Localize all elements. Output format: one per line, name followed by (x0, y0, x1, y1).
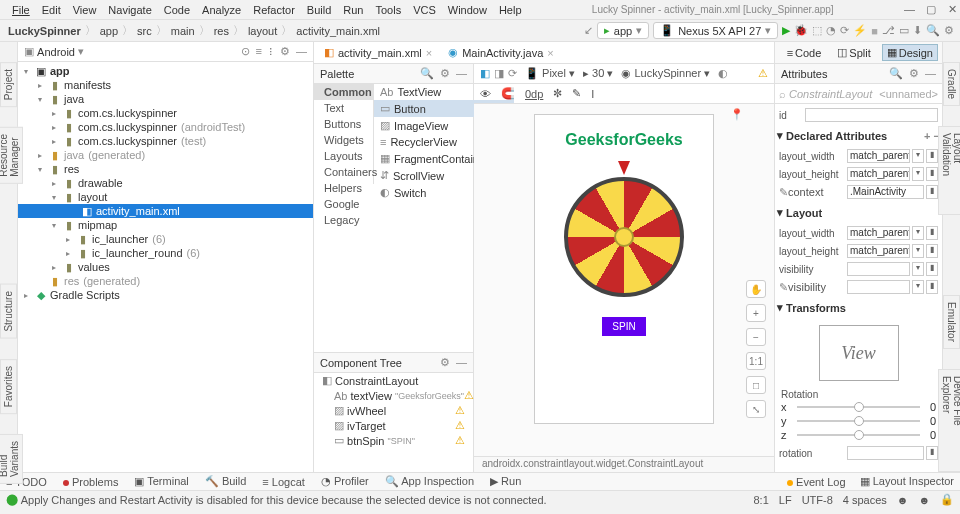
blueprint-icon[interactable]: ◨ (494, 67, 504, 80)
palette-categories[interactable]: Common Text Buttons Widgets Layouts Cont… (314, 84, 374, 184)
inspection-icon[interactable]: ☻ (897, 494, 909, 506)
menu-window[interactable]: Window (442, 4, 493, 16)
menu-code[interactable]: Code (158, 4, 196, 16)
attach-debugger-button[interactable]: ⚡ (853, 24, 867, 37)
cat-widgets[interactable]: Widgets (314, 132, 373, 148)
flag-icon[interactable]: ▮ (926, 149, 938, 163)
dropdown-icon[interactable]: ▾ (912, 262, 924, 276)
close-tab-icon[interactable]: × (426, 47, 432, 59)
project-view-selector[interactable]: Android (37, 46, 75, 58)
close-tab-icon[interactable]: × (547, 47, 553, 59)
ct-ivwheel[interactable]: ▨ ivWheel⚠ (314, 403, 473, 418)
attr-layout-width2[interactable]: match_parent (847, 226, 910, 240)
apply-changes-button[interactable]: ⟳ (840, 24, 849, 37)
attr-rotation[interactable] (847, 446, 924, 460)
search-icon[interactable]: 🔍 (420, 67, 434, 80)
attr-layout-height2[interactable]: match_parent (847, 244, 910, 258)
menu-refactor[interactable]: Refactor (247, 4, 301, 16)
settings-icon[interactable]: ⚙ (909, 67, 919, 80)
cat-text[interactable]: Text (314, 100, 373, 116)
attr-context[interactable]: .MainActivity (847, 185, 924, 199)
project-tree[interactable]: ▾▣app ▸▮manifests ▾▮java ▸▮com.cs.luckys… (18, 62, 313, 472)
favorites-tool-button[interactable]: Favorites (0, 359, 17, 414)
mode-code[interactable]: ≡Code (782, 45, 827, 61)
search-button[interactable]: 🔍 (926, 24, 940, 37)
flag-icon[interactable]: ▮ (926, 446, 938, 460)
git-button[interactable]: ⎇ (882, 24, 895, 37)
menu-build[interactable]: Build (301, 4, 337, 16)
run-config-module[interactable]: ▸app▾ (597, 22, 649, 39)
event-log-tool-button[interactable]: Event Log (787, 476, 846, 488)
ct-btnspin[interactable]: ▭ btnSpin "SPIN"⚠ (314, 433, 473, 448)
section-transforms[interactable]: ▾ Transforms (775, 298, 942, 317)
select-opened-file-icon[interactable]: ⊙ (241, 45, 250, 58)
zoom-out-button[interactable]: − (746, 328, 766, 346)
default-margin[interactable]: 0dp (525, 88, 543, 100)
attr-layout-width[interactable]: match_parent (847, 149, 910, 163)
dropdown-icon[interactable]: ▾ (912, 167, 924, 181)
app-inspection-tool-button[interactable]: 🔍 App Inspection (385, 475, 474, 488)
section-layout[interactable]: ▾ Layout (775, 203, 942, 222)
dropdown-icon[interactable]: ▾ (912, 226, 924, 240)
crumb-res[interactable]: res (212, 25, 231, 37)
rotation-x-slider[interactable] (797, 406, 920, 408)
clear-constraints-icon[interactable]: ✼ (553, 87, 562, 100)
hide-icon[interactable]: — (456, 67, 467, 80)
hide-icon[interactable]: — (925, 67, 936, 80)
crumb-file[interactable]: activity_main.xml (294, 25, 382, 37)
attr-tools-visibility[interactable] (847, 280, 910, 294)
ct-textview[interactable]: Ab textView "GeeksforGeeks"⚠ (314, 388, 473, 403)
mode-split[interactable]: ◫Split (832, 44, 875, 61)
minimize-button[interactable]: — (898, 3, 910, 16)
device-file-explorer-tool-button[interactable]: Device File Explorer (938, 369, 961, 472)
settings-icon[interactable]: ⚙ (280, 45, 290, 58)
crumb-app[interactable]: app (98, 25, 120, 37)
close-button[interactable]: ✕ (942, 3, 954, 16)
project-tool-button[interactable]: Project (0, 62, 17, 107)
menu-analyze[interactable]: Analyze (196, 4, 247, 16)
attach-icon[interactable]: 📍 (730, 108, 744, 121)
section-declared[interactable]: ▾ Declared Attributes+ − (775, 126, 942, 145)
cat-buttons[interactable]: Buttons (314, 116, 373, 132)
menu-view[interactable]: View (67, 4, 103, 16)
resize-icon[interactable]: ⤡ (746, 400, 766, 418)
line-separator[interactable]: LF (779, 494, 792, 506)
structure-tool-button[interactable]: Structure (0, 284, 17, 339)
menu-run[interactable]: Run (337, 4, 369, 16)
rotation-z-slider[interactable] (797, 434, 920, 436)
mode-design[interactable]: ▦Design (882, 44, 938, 61)
gradle-tool-button[interactable]: Gradle (943, 62, 960, 106)
layout-inspector-tool-button[interactable]: ▦ Layout Inspector (860, 475, 954, 488)
settings-icon[interactable]: ⚙ (440, 356, 450, 369)
dropdown-icon[interactable]: ▾ (912, 280, 924, 294)
crumb-src[interactable]: src (135, 25, 154, 37)
run-tool-button[interactable]: ▶ Run (490, 475, 521, 488)
guideline-icon[interactable]: I (591, 88, 594, 100)
design-mode-icon[interactable]: ◧ (480, 67, 490, 80)
crumb-main[interactable]: main (169, 25, 197, 37)
pan-icon[interactable]: ✋ (746, 280, 766, 298)
lock-icon[interactable]: 🔒 (940, 493, 954, 506)
profile-button[interactable]: ◔ (826, 24, 836, 37)
locale-icon[interactable]: ◐ (718, 67, 728, 80)
orientation-icon[interactable]: ⟳ (508, 67, 517, 80)
flag-icon[interactable]: ▮ (926, 280, 938, 294)
eye-icon[interactable]: 👁 (480, 88, 491, 100)
crumb-project[interactable]: LuckySpinner (6, 25, 83, 37)
infer-constraints-icon[interactable]: ✎ (572, 87, 581, 100)
device-preview[interactable]: GeeksforGeeks SPIN (534, 114, 714, 424)
zoom-in-button[interactable]: + (746, 304, 766, 322)
theme-selector[interactable]: ◉ LuckySpinner ▾ (621, 67, 710, 80)
menu-file[interactable]: File (6, 4, 36, 16)
flag-icon[interactable]: ▮ (926, 262, 938, 276)
cat-containers[interactable]: Containers (314, 164, 373, 180)
maximize-button[interactable]: ▢ (920, 3, 932, 16)
api-selector[interactable]: ▸ 30 ▾ (583, 67, 613, 80)
menu-navigate[interactable]: Navigate (102, 4, 157, 16)
flag-icon[interactable]: ▮ (926, 244, 938, 258)
file-encoding[interactable]: UTF-8 (802, 494, 833, 506)
resource-manager-tool-button[interactable]: Resource Manager (0, 127, 23, 184)
attr-visibility[interactable] (847, 262, 910, 276)
device-selector[interactable]: 📱 Pixel ▾ (525, 67, 575, 80)
cat-layouts[interactable]: Layouts (314, 148, 373, 164)
